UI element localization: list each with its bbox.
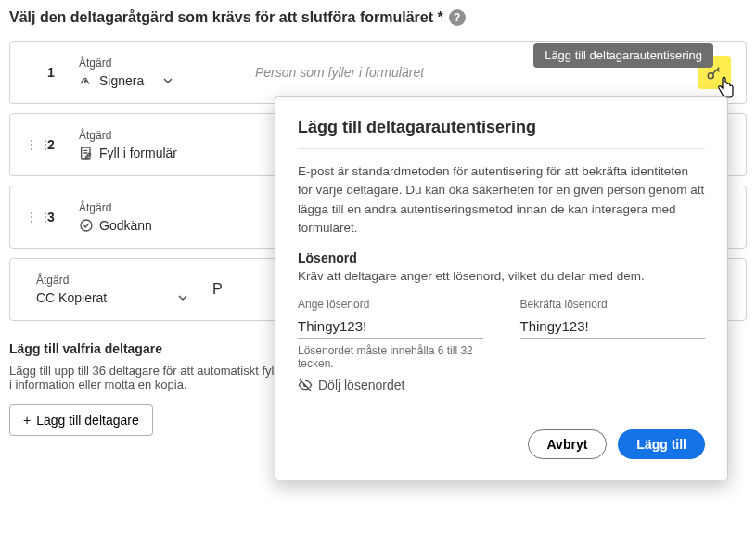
hide-password-toggle[interactable]: Dölj lösenordet (298, 378, 483, 392)
action-label: Åtgärd (36, 274, 194, 287)
action-value: Godkänn (99, 218, 152, 233)
action-value: Fyll i formulär (99, 146, 177, 160)
add-participant-label: Lägg till deltagare (36, 413, 139, 428)
password-hint: Lösenordet måste innehålla 6 till 32 tec… (298, 344, 483, 370)
title-text: Välj den deltagaråtgärd som krävs för at… (9, 9, 443, 26)
submit-button[interactable]: Lägg till (618, 429, 705, 459)
drag-handle[interactable]: ⋮⋮ (25, 210, 36, 224)
divider (298, 148, 705, 149)
action-label: Åtgärd (79, 129, 237, 142)
password-heading: Lösenord (298, 250, 705, 265)
sign-icon (79, 73, 94, 88)
drag-handle[interactable]: ⋮⋮ (25, 137, 36, 152)
cc-placeholder[interactable]: P (212, 281, 223, 297)
page-title: Välj den deltagaråtgärd som krävs för at… (9, 9, 747, 26)
help-icon[interactable]: ? (449, 9, 466, 26)
chevron-down-icon (162, 75, 173, 86)
eye-off-icon (298, 378, 313, 392)
action-label: Åtgärd (79, 201, 237, 214)
auth-tooltip: Lägg till deltagarautentisering (533, 43, 713, 68)
confirm-password-input[interactable]: Thingy123! (520, 314, 706, 339)
optional-desc: Lägg till upp till 36 deltagare för att … (9, 364, 288, 391)
password-desc: Kräv att deltagare anger ett lösenord, v… (298, 269, 705, 283)
svg-point-2 (81, 220, 92, 231)
row-number: 3 (47, 210, 79, 224)
password-label: Ange lösenord (298, 298, 483, 311)
svg-point-0 (708, 73, 713, 79)
chevron-down-icon (177, 292, 188, 303)
hide-password-label: Dölj lösenordet (318, 378, 404, 392)
password-input[interactable]: Thingy123! (298, 314, 483, 339)
popover-desc: E-post är standardmetoden för autentiser… (298, 162, 705, 237)
action-select[interactable]: CC Kopierat (36, 290, 194, 305)
row-number: 1 (47, 65, 79, 80)
cancel-button[interactable]: Avbryt (528, 429, 608, 459)
auth-popover: Lägg till deltagarautentisering E-post ä… (275, 96, 728, 480)
popover-title: Lägg till deltagarautentisering (298, 118, 705, 137)
action-label: Åtgärd (79, 57, 237, 70)
form-fill-icon (79, 146, 94, 160)
recipient-placeholder[interactable]: Person som fyller i formuläret (255, 65, 424, 80)
confirm-password-label: Bekräfta lösenord (520, 298, 706, 311)
approve-icon (79, 218, 94, 233)
action-select[interactable]: Fyll i formulär (79, 146, 237, 160)
action-select[interactable]: Signera (79, 73, 237, 88)
action-value: Signera (99, 73, 144, 88)
add-participant-button[interactable]: + Lägg till deltagare (9, 404, 153, 436)
plus-icon: + (23, 413, 31, 428)
action-select[interactable]: Godkänn (79, 218, 237, 233)
action-value: CC Kopierat (36, 290, 107, 305)
row-number: 2 (47, 137, 79, 152)
